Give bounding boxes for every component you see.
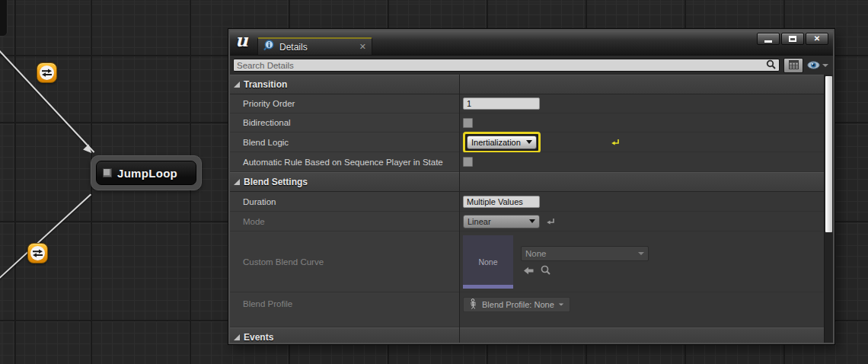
blend-curve-asset-dropdown[interactable]: None	[521, 246, 649, 261]
section-title: Events	[244, 332, 273, 343]
transition-rule-icon[interactable]	[37, 62, 57, 83]
state-node-icon	[103, 168, 112, 177]
section-header-transition[interactable]: Transition	[230, 75, 824, 94]
details-panel-window: u Details ✕	[228, 29, 834, 344]
grid-table-icon	[789, 59, 799, 72]
mode-dropdown[interactable]: Linear	[463, 215, 540, 228]
transition-arrows-icon	[30, 246, 45, 260]
thumbnail-label: None	[478, 257, 497, 267]
maximize-icon	[789, 36, 796, 42]
blend-logic-dropdown[interactable]: Inertialization	[467, 136, 537, 149]
section-title: Blend Settings	[244, 177, 308, 187]
bidirectional-checkbox[interactable]	[463, 118, 473, 128]
row-blend-logic: Blend Logic Inertialization	[230, 133, 824, 152]
details-tab-icon	[263, 40, 275, 54]
browse-to-asset-button[interactable]	[541, 264, 550, 278]
column-splitter[interactable]	[459, 75, 460, 343]
property-label: Duration	[230, 192, 459, 211]
chevron-down-icon	[529, 219, 535, 223]
tab-details[interactable]: Details ✕	[257, 37, 372, 55]
search-highlight-frame: Inertialization	[463, 132, 541, 153]
property-label: Bidirectional	[230, 113, 459, 132]
state-node-label: JumpLoop	[117, 167, 177, 180]
property-label: Priority Order	[230, 94, 459, 113]
details-property-list: Transition Priority Order Bidirectional …	[230, 75, 824, 343]
tab-close-icon[interactable]: ✕	[359, 43, 366, 51]
asset-thumbnail[interactable]: None	[463, 235, 513, 289]
details-toolbar	[230, 55, 833, 75]
reset-to-default-button[interactable]	[611, 138, 620, 147]
button-label: Blend Profile: None	[482, 300, 554, 309]
chevron-down-icon	[559, 303, 563, 305]
automatic-rule-checkbox[interactable]	[463, 157, 473, 167]
graph-canvas[interactable]: JumpLoop u Details ✕	[0, 0, 868, 364]
priority-order-field[interactable]	[463, 97, 540, 110]
chevron-down-icon	[638, 252, 644, 255]
tab-label: Details	[279, 42, 308, 53]
chevron-down-icon	[526, 140, 532, 144]
row-custom-blend-curve: Custom Blend Curve None None	[230, 231, 824, 292]
offscreen-state-node[interactable]	[0, 0, 8, 37]
dropdown-value: None	[525, 249, 547, 258]
property-label: Automatic Rule Based on Sequence Player …	[230, 152, 459, 171]
transition-arrowhead-icon	[83, 145, 94, 156]
row-mode: Mode Linear	[230, 212, 824, 231]
row-duration: Duration	[230, 192, 824, 212]
search-details-box[interactable]	[233, 59, 780, 72]
unreal-logo-icon: u	[235, 30, 248, 50]
use-selected-asset-button[interactable]	[524, 264, 534, 278]
scrollbar-thumb[interactable]	[825, 76, 832, 232]
property-label: Custom Blend Curve	[230, 231, 459, 292]
property-label: Mode	[230, 212, 459, 231]
transition-wire	[0, 193, 91, 282]
dropdown-value: Inertialization	[471, 138, 521, 147]
row-priority-order: Priority Order	[230, 94, 824, 113]
maximize-button[interactable]	[781, 33, 804, 45]
window-titlebar[interactable]: u Details ✕	[230, 30, 833, 55]
collapse-arrow-icon	[234, 81, 240, 88]
chevron-down-icon	[822, 64, 828, 67]
row-blend-profile: Blend Profile Blend Pr	[230, 292, 824, 327]
duration-field[interactable]	[463, 196, 540, 208]
minimize-button[interactable]	[757, 33, 780, 45]
search-icon	[766, 59, 776, 72]
property-matrix-button[interactable]	[783, 58, 803, 73]
view-options-button[interactable]	[807, 59, 830, 72]
property-label: Blend Profile	[230, 292, 459, 327]
search-input[interactable]	[237, 61, 766, 70]
section-header-blend-settings[interactable]: Blend Settings	[230, 172, 824, 192]
row-bidirectional: Bidirectional	[230, 113, 824, 133]
dropdown-value: Linear	[468, 217, 491, 226]
collapse-arrow-icon	[234, 334, 240, 340]
vertical-scrollbar[interactable]	[824, 75, 833, 343]
row-automatic-rule: Automatic Rule Based on Sequence Player …	[230, 152, 824, 172]
property-label: Blend Logic	[230, 133, 459, 152]
collapse-arrow-icon	[234, 179, 240, 185]
section-header-events[interactable]: Events	[230, 327, 824, 343]
transition-rule-icon[interactable]	[27, 243, 48, 263]
transition-arrows-icon	[40, 65, 54, 80]
reset-to-default-button[interactable]	[546, 217, 555, 226]
blend-profile-button[interactable]: Blend Profile: None	[463, 297, 570, 312]
section-title: Transition	[244, 79, 287, 90]
minimize-icon	[764, 40, 772, 43]
close-button[interactable]: ✕	[806, 33, 828, 45]
skeleton-icon	[469, 299, 478, 311]
eye-icon	[807, 59, 820, 72]
state-node-jumploop[interactable]: JumpLoop	[91, 155, 202, 190]
